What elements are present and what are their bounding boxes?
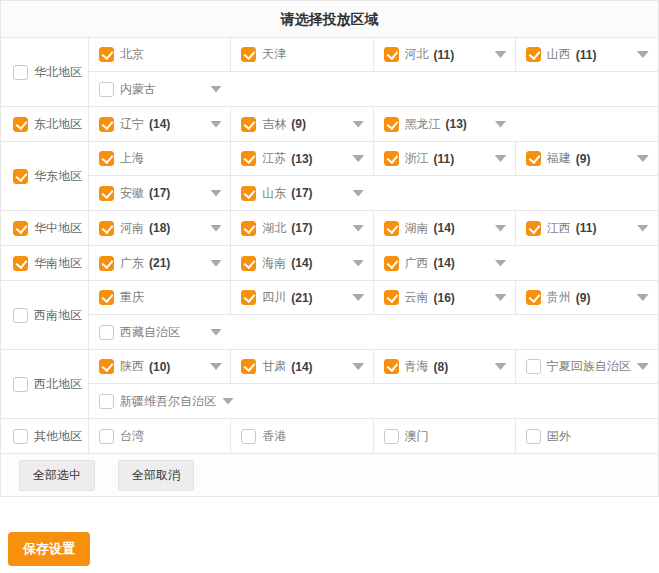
dropdown-arrow-icon[interactable] bbox=[352, 363, 364, 370]
province-checkbox[interactable] bbox=[241, 429, 256, 444]
province-checkbox[interactable] bbox=[99, 47, 114, 62]
province-checkbox[interactable] bbox=[384, 47, 399, 62]
dropdown-arrow-icon[interactable] bbox=[495, 121, 507, 128]
province-cell: 河北(11) bbox=[374, 38, 516, 71]
save-settings-button[interactable]: 保存设置 bbox=[8, 532, 90, 566]
province-checkbox[interactable] bbox=[384, 256, 399, 271]
dropdown-arrow-icon[interactable] bbox=[210, 260, 222, 267]
province-checkbox[interactable] bbox=[526, 151, 541, 166]
province-count: (10) bbox=[149, 360, 170, 374]
dropdown-arrow-icon[interactable] bbox=[352, 121, 364, 128]
dropdown-arrow-icon[interactable] bbox=[210, 190, 222, 197]
province-checkbox[interactable] bbox=[526, 47, 541, 62]
province-checkbox[interactable] bbox=[99, 151, 114, 166]
province-checkbox[interactable] bbox=[526, 290, 541, 305]
region-cell: 华东地区 bbox=[1, 142, 89, 210]
province-item: 内蒙古 bbox=[99, 81, 225, 98]
province-label: 辽宁 bbox=[120, 116, 144, 133]
province-count: (17) bbox=[291, 221, 312, 235]
region-checkbox[interactable] bbox=[13, 65, 28, 80]
dropdown-arrow-icon[interactable] bbox=[495, 260, 507, 267]
dropdown-arrow-icon[interactable] bbox=[352, 225, 364, 232]
dropdown-arrow-icon[interactable] bbox=[352, 260, 364, 267]
dropdown-arrow-icon[interactable] bbox=[352, 190, 364, 197]
province-label: 山东 bbox=[262, 185, 286, 202]
province-checkbox[interactable] bbox=[384, 151, 399, 166]
dropdown-arrow-icon[interactable] bbox=[352, 294, 364, 301]
region-selector-panel: 请选择投放区域 华北地区北京天津河北(11)山西(11)内蒙古东北地区辽宁(14… bbox=[0, 0, 659, 497]
province-checkbox[interactable] bbox=[99, 290, 114, 305]
province-checkbox[interactable] bbox=[99, 359, 114, 374]
province-checkbox[interactable] bbox=[526, 221, 541, 236]
deselect-all-button[interactable]: 全部取消 bbox=[118, 460, 194, 491]
province-checkbox[interactable] bbox=[99, 82, 114, 97]
province-checkbox[interactable] bbox=[384, 359, 399, 374]
region-checkbox[interactable] bbox=[13, 169, 28, 184]
province-cell: 安徽(17) bbox=[89, 176, 231, 210]
dropdown-arrow-icon[interactable] bbox=[495, 225, 507, 232]
dropdown-arrow-icon[interactable] bbox=[222, 398, 234, 405]
dropdown-arrow-icon[interactable] bbox=[495, 294, 507, 301]
province-checkbox[interactable] bbox=[241, 47, 256, 62]
province-item: 国外 bbox=[526, 428, 652, 445]
region-checkbox[interactable] bbox=[13, 429, 28, 444]
dropdown-arrow-icon[interactable] bbox=[637, 155, 649, 162]
province-subrows: 北京天津河北(11)山西(11)内蒙古 bbox=[89, 38, 658, 106]
province-label: 台湾 bbox=[120, 428, 144, 445]
province-checkbox[interactable] bbox=[241, 186, 256, 201]
dropdown-arrow-icon[interactable] bbox=[637, 51, 649, 58]
dropdown-arrow-icon[interactable] bbox=[495, 155, 507, 162]
province-checkbox[interactable] bbox=[241, 117, 256, 132]
province-cell: 江西(11) bbox=[516, 211, 658, 245]
province-cell: 北京 bbox=[89, 38, 231, 71]
province-checkbox[interactable] bbox=[384, 290, 399, 305]
dropdown-arrow-icon[interactable] bbox=[210, 225, 222, 232]
region-checkbox[interactable] bbox=[13, 308, 28, 323]
region-checkbox[interactable] bbox=[13, 117, 28, 132]
dropdown-arrow-icon[interactable] bbox=[637, 294, 649, 301]
province-checkbox[interactable] bbox=[99, 394, 114, 409]
province-label: 山西 bbox=[547, 46, 571, 63]
province-checkbox[interactable] bbox=[241, 151, 256, 166]
province-item: 辽宁(14) bbox=[99, 116, 225, 133]
province-label: 江苏 bbox=[262, 150, 286, 167]
province-cell: 重庆 bbox=[89, 281, 231, 314]
dropdown-arrow-icon[interactable] bbox=[495, 363, 507, 370]
province-cell: 辽宁(14) bbox=[89, 107, 231, 141]
province-checkbox[interactable] bbox=[99, 325, 114, 340]
province-checkbox[interactable] bbox=[241, 290, 256, 305]
province-checkbox[interactable] bbox=[99, 256, 114, 271]
select-all-button[interactable]: 全部选中 bbox=[19, 460, 95, 491]
province-item: 福建(9) bbox=[526, 150, 652, 167]
province-cell: 台湾 bbox=[89, 419, 231, 453]
province-subrow: 新疆维吾尔自治区 bbox=[89, 384, 658, 418]
province-checkbox[interactable] bbox=[99, 186, 114, 201]
province-checkbox[interactable] bbox=[241, 221, 256, 236]
province-checkbox[interactable] bbox=[526, 429, 541, 444]
dropdown-arrow-icon[interactable] bbox=[637, 225, 649, 232]
province-checkbox[interactable] bbox=[241, 256, 256, 271]
province-checkbox[interactable] bbox=[384, 221, 399, 236]
dropdown-arrow-icon[interactable] bbox=[210, 363, 222, 370]
dropdown-arrow-icon[interactable] bbox=[210, 121, 222, 128]
province-count: (14) bbox=[291, 360, 312, 374]
dropdown-arrow-icon[interactable] bbox=[637, 363, 649, 370]
dropdown-arrow-icon[interactable] bbox=[495, 51, 507, 58]
province-checkbox[interactable] bbox=[99, 117, 114, 132]
province-cell: 黑龙江(13) bbox=[374, 107, 659, 141]
province-checkbox[interactable] bbox=[526, 359, 541, 374]
region-checkbox[interactable] bbox=[13, 377, 28, 392]
dropdown-arrow-icon[interactable] bbox=[210, 86, 222, 93]
province-checkbox[interactable] bbox=[384, 429, 399, 444]
province-cell: 海南(14) bbox=[231, 246, 373, 280]
dropdown-arrow-icon[interactable] bbox=[210, 329, 222, 336]
dropdown-arrow-icon[interactable] bbox=[352, 155, 364, 162]
region-checkbox[interactable] bbox=[13, 256, 28, 271]
province-checkbox[interactable] bbox=[384, 117, 399, 132]
region-checkbox[interactable] bbox=[13, 221, 28, 236]
province-item: 重庆 bbox=[99, 289, 225, 306]
province-checkbox[interactable] bbox=[241, 359, 256, 374]
province-checkbox[interactable] bbox=[99, 221, 114, 236]
province-checkbox[interactable] bbox=[99, 429, 114, 444]
province-label: 云南 bbox=[405, 289, 429, 306]
